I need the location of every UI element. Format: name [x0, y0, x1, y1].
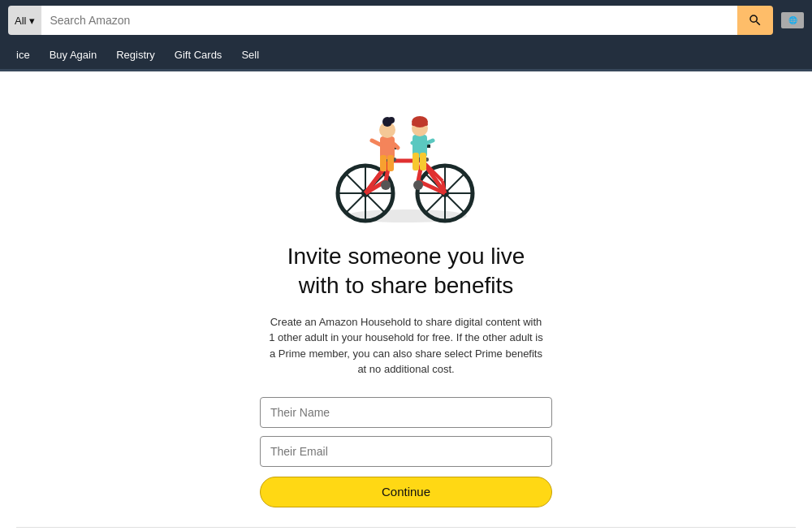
- page-heading: Invite someone you livewith to share ben…: [287, 242, 525, 301]
- svg-rect-41: [420, 153, 426, 171]
- their-name-input[interactable]: [260, 397, 552, 428]
- all-label: All: [15, 15, 26, 27]
- svg-line-38: [395, 145, 398, 148]
- search-input-wrap: [41, 6, 737, 35]
- svg-point-36: [388, 117, 395, 123]
- svg-line-46: [427, 140, 433, 143]
- svg-rect-44: [412, 123, 428, 126]
- nav-item-buy-again[interactable]: Buy Again: [41, 44, 106, 66]
- svg-rect-32: [380, 155, 387, 171]
- svg-rect-40: [412, 153, 419, 171]
- tandem-bike-illustration: [317, 96, 495, 226]
- page-description: Create an Amazon Household to share digi…: [268, 314, 544, 378]
- search-input[interactable]: [41, 6, 737, 35]
- search-button[interactable]: [737, 6, 773, 35]
- nav-item-registry[interactable]: Registry: [108, 44, 163, 66]
- chevron-down-icon: ▾: [29, 15, 35, 27]
- search-icon: [748, 13, 762, 28]
- nav-item-sell[interactable]: Sell: [233, 44, 267, 66]
- nav-bar: ice Buy Again Registry Gift Cards Sell: [0, 41, 812, 71]
- svg-rect-33: [387, 155, 394, 171]
- svg-line-37: [372, 140, 380, 145]
- their-email-input[interactable]: [260, 436, 552, 467]
- continue-button[interactable]: Continue: [260, 477, 552, 507]
- svg-point-30: [413, 180, 423, 190]
- all-dropdown[interactable]: All ▾: [8, 6, 41, 35]
- search-bar: All ▾ 🌐: [0, 0, 812, 41]
- nav-item-ice[interactable]: ice: [8, 44, 38, 66]
- svg-point-29: [381, 180, 391, 190]
- flag-icon: 🌐: [781, 12, 804, 28]
- divider: [16, 527, 796, 528]
- nav-item-gift-cards[interactable]: Gift Cards: [166, 44, 231, 66]
- invite-form: Continue: [260, 397, 552, 507]
- main-content: Invite someone you livewith to share ben…: [0, 71, 812, 531]
